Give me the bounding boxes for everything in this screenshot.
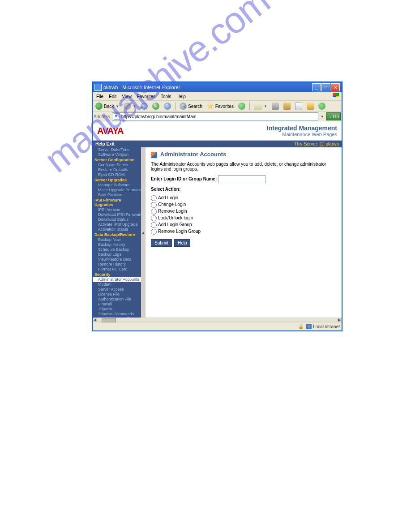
menu-tools[interactable]: Tools	[158, 93, 174, 100]
sidebar-section: IPSI Firmware Upgrades	[93, 197, 141, 207]
scroll-track[interactable]	[97, 318, 337, 322]
minimize-button[interactable]: _	[312, 83, 321, 91]
sidebar-item[interactable]: View/Restore Data	[93, 257, 141, 262]
sidebar-item[interactable]: Firewall	[93, 302, 141, 307]
maximize-button[interactable]: □	[321, 83, 330, 91]
action-radio[interactable]	[151, 195, 157, 201]
sidebar-item[interactable]: Configure Server	[93, 163, 141, 167]
page-button[interactable]	[293, 102, 304, 111]
help-exit-link[interactable]: Help Exit	[95, 142, 115, 146]
windows-flag-icon	[333, 93, 340, 99]
submit-button[interactable]: Submit	[151, 239, 172, 247]
sidebar-section: Server Configuration	[93, 157, 141, 163]
action-radio[interactable]	[151, 209, 157, 215]
zone-icon	[306, 324, 312, 329]
security-zone: Local intranet	[313, 324, 340, 329]
sidebar-item[interactable]: Server Date/Time	[93, 147, 141, 152]
sidebar-item[interactable]: Schedule Backup	[93, 247, 141, 252]
edit-button[interactable]	[282, 102, 292, 111]
scroll-left-arrow[interactable]: ◀	[93, 318, 97, 322]
help-button[interactable]: Help	[174, 239, 191, 247]
action-radio[interactable]	[151, 229, 157, 235]
action-label: Remove Login Group	[158, 229, 201, 234]
media-icon	[238, 103, 245, 110]
menubar: File Edit View Favorites Tools Help	[93, 92, 342, 101]
action-radio[interactable]	[151, 202, 157, 208]
print-button[interactable]	[270, 102, 281, 111]
chevron-down-icon[interactable]: ▼	[321, 115, 324, 119]
sidebar-item[interactable]: Backup Logs	[93, 252, 141, 257]
sidebar-item[interactable]: Download IPSI Firmware	[93, 212, 141, 217]
go-button[interactable]: Go	[326, 112, 341, 120]
sidebar-item[interactable]: Activation Status	[93, 227, 141, 232]
sidebar-item[interactable]: Format PC Card	[93, 267, 141, 272]
sidebar-item[interactable]: Backup Now	[93, 237, 141, 242]
refresh-icon	[152, 103, 159, 110]
select-action-label: Select Action:	[151, 187, 336, 192]
sidebar-item[interactable]: Backup History	[93, 242, 141, 247]
login-id-input[interactable]	[218, 175, 265, 183]
sidebar-item[interactable]: Modem	[93, 282, 141, 287]
sidebar-item[interactable]: IPSI Version	[93, 207, 141, 212]
favorites-button[interactable]: Favorites	[205, 102, 235, 111]
action-label: Add Login Group	[158, 223, 192, 227]
action-option: Change Login	[151, 202, 336, 208]
close-button[interactable]: ✕	[331, 83, 340, 91]
action-radio[interactable]	[151, 215, 157, 221]
sidebar-item[interactable]: Install Root Certificate	[93, 317, 141, 317]
search-button[interactable]: Search	[178, 102, 204, 111]
sidebar-item[interactable]: Tripwire Commands	[93, 312, 141, 317]
home-button[interactable]	[162, 102, 173, 111]
sidebar-item[interactable]: Authentication File	[93, 297, 141, 302]
favorites-label: Favorites	[215, 104, 234, 109]
scroll-right-arrow[interactable]: ▶	[337, 318, 342, 322]
sidebar-item[interactable]: Software Version	[93, 152, 141, 157]
scroll-thumb[interactable]	[102, 318, 116, 322]
menu-help[interactable]: Help	[174, 93, 188, 100]
sidebar-item[interactable]: Server Access	[93, 287, 141, 292]
page-description: The Administrator Accounts web pages all…	[151, 162, 336, 172]
window-title: pktrwb - Microsoft Internet Explorer	[103, 85, 312, 90]
chevron-down-icon: ▼	[116, 104, 119, 108]
address-label: Address	[94, 114, 110, 119]
page-icon	[114, 113, 120, 120]
sidebar-item[interactable]: Administrator Accounts	[93, 277, 141, 282]
back-icon	[95, 103, 103, 110]
messenger-button[interactable]	[317, 102, 327, 111]
action-radio[interactable]	[151, 222, 157, 228]
sidebar-item[interactable]: Download Status	[93, 217, 141, 222]
stop-button[interactable]	[139, 102, 150, 111]
sidebar-item[interactable]: Activate IPSI Upgrade	[93, 222, 141, 227]
avaya-logo: AVAYA	[97, 126, 123, 136]
sidebar-item[interactable]: Boot Partition	[93, 193, 141, 197]
forward-icon	[124, 103, 131, 110]
star-icon	[207, 103, 214, 110]
sidebar-item[interactable]: Tripwire	[93, 307, 141, 312]
menu-file[interactable]: File	[94, 93, 106, 100]
back-button[interactable]: Back ▼	[94, 102, 121, 111]
action-label: Lock/Unlock login	[158, 216, 193, 221]
sidebar-scroll-horizontal[interactable]: ◀ ▶	[93, 317, 342, 322]
search-label: Search	[188, 104, 202, 109]
address-bar: Address https://pktrwb/cgi-bin/maint/mai…	[93, 112, 342, 121]
refresh-button[interactable]	[150, 102, 161, 111]
sidebar-item[interactable]: Eject CD-ROM	[93, 172, 141, 177]
nav-subbar: Help Exit This Server: [1] pktrwb	[93, 141, 342, 147]
menu-favorites[interactable]: Favorites	[134, 93, 158, 100]
sidebar-scroll-vertical[interactable]: ▲	[141, 147, 146, 317]
sidebar-item[interactable]: Restore Defaults	[93, 167, 141, 172]
address-value: https://pktrwb/cgi-bin/maint/maintMain	[121, 114, 197, 119]
address-input[interactable]: https://pktrwb/cgi-bin/maint/maintMain	[112, 112, 318, 120]
menu-edit[interactable]: Edit	[106, 93, 119, 100]
toolbar-separator	[175, 102, 176, 110]
menu-view[interactable]: View	[119, 93, 134, 100]
sidebar-item[interactable]: License File	[93, 292, 141, 297]
media-button[interactable]	[236, 102, 247, 111]
forward-button[interactable]: ▼	[122, 102, 138, 111]
folder-button[interactable]	[305, 102, 316, 111]
sidebar-item[interactable]: Make Upgrade Permanent	[93, 188, 141, 193]
mail-button[interactable]: ▼	[252, 102, 269, 111]
sidebar-item[interactable]: Restore History	[93, 262, 141, 267]
sidebar-item[interactable]: Manage Software	[93, 183, 141, 188]
action-option: Add Login Group	[151, 222, 336, 228]
